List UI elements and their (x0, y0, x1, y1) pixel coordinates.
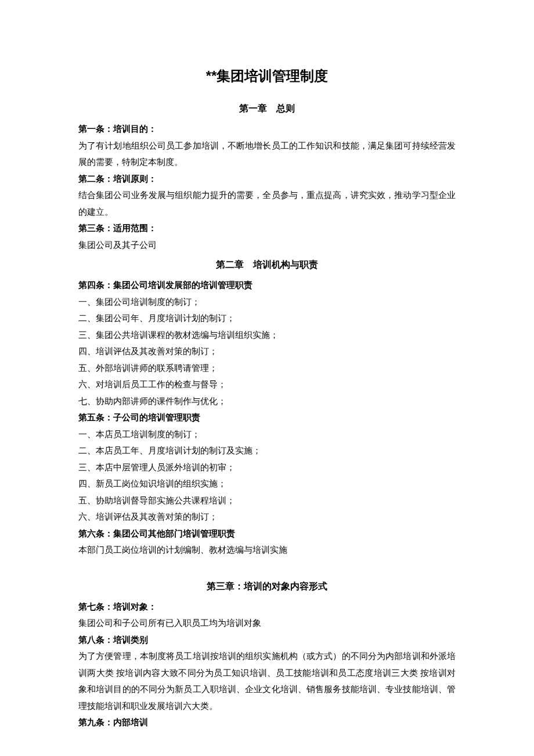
article-6-body: 本部门员工岗位培训的计划编制、教材选编与培训实施 (78, 542, 456, 559)
article-4-item-3: 三、集团公共培训课程的教材选编与培训组织实施； (78, 327, 456, 344)
article-5-item-5: 五、协助培训督导部实施公共课程培训； (78, 492, 456, 509)
chapter-3-heading: 第三章：培训的对象内容形式 (78, 581, 456, 593)
chapter-1-heading: 第一章 总则 (78, 103, 456, 115)
article-1-body: 为了有计划地组织公司员工参加培训，不断地增长员工的工作知识和技能，满足集团可持续… (78, 138, 456, 171)
article-3-title: 第三条：适用范围： (78, 220, 456, 237)
document-title: **集团培训管理制度 (78, 67, 456, 85)
article-2-body: 结合集团公司业务发展与组织能力提升的需要，全员参与，重点提高，讲究实效，推动学习… (78, 187, 456, 220)
article-3-body: 集团公司及其子公司 (78, 237, 456, 254)
article-4-item-6: 六、对培训后员工工作的检查与督导； (78, 376, 456, 393)
article-4-item-5: 五、外部培训讲师的联系聘请管理； (78, 360, 456, 377)
article-5-item-3: 三、本店中层管理人员派外培训的初审； (78, 459, 456, 476)
article-5-item-1: 一、本店员工培训制度的制订； (78, 426, 456, 443)
article-8-body: 为了方便管理，本制度将员工培训按培训的组织实施机构（或方式）的不同分为内部培训和… (78, 648, 456, 714)
article-8-title: 第八条：培训类别 (78, 632, 456, 649)
chapter-2-heading: 第二章 培训机构与职责 (78, 259, 456, 271)
article-4-item-4: 四、培训评估及其改善对策的制订； (78, 343, 456, 360)
article-5-title: 第五条：子公司的培训管理职责 (78, 409, 456, 426)
article-7-title: 第七条：培训对象： (78, 599, 456, 615)
article-5-item-6: 六、培训评估及其改善对策的制订； (78, 509, 456, 525)
article-2-title: 第二条：培训原则： (78, 171, 456, 188)
article-4-title: 第四条：集团公司培训发展部的培训管理职责 (78, 277, 456, 294)
article-5-item-2: 二、本店员工年、月度培训计划的制订及实施； (78, 442, 456, 459)
article-6-title: 第六条：集团公司其他部门培训管理职责 (78, 525, 456, 542)
article-4-item-7: 七、协助内部讲师的课件制作与优化； (78, 393, 456, 410)
article-1-title: 第一条：培训目的： (78, 121, 456, 138)
section-spacer (78, 559, 456, 575)
article-4-item-2: 二、集团公司年、月度培训计划的制订； (78, 310, 456, 327)
article-5-item-4: 四、新员工岗位知识培训的组织实施； (78, 476, 456, 492)
article-4-item-1: 一、集团公司培训制度的制订； (78, 294, 456, 311)
article-9-title: 第九条：内部培训 (78, 714, 456, 731)
article-7-body: 集团公司和子公司所有已入职员工均为培训对象 (78, 615, 456, 632)
